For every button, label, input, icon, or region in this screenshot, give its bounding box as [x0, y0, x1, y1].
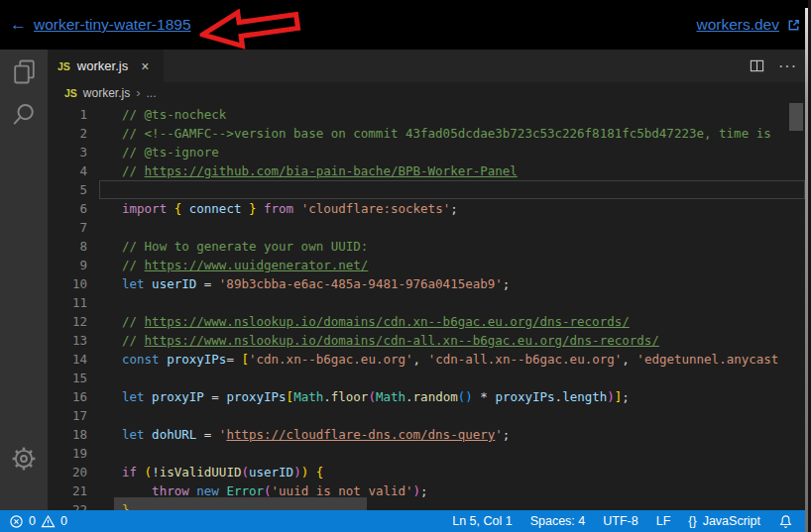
language-mode[interactable]: {} JavaScript — [688, 514, 760, 528]
code-editor[interactable]: 1// @ts-nocheck2// <!--GAMFC-->version b… — [48, 103, 805, 510]
line-number: 10 — [48, 274, 87, 293]
line-text: let dohURL = 'https://cloudflare-dns.com… — [122, 425, 510, 444]
code-line[interactable]: 1// @ts-nocheck — [48, 105, 805, 124]
error-count: 0 — [29, 514, 36, 528]
line-number: 18 — [48, 425, 87, 444]
code-line[interactable]: 12// https://www.nslookup.io/domains/cdn… — [48, 312, 805, 331]
settings-gear-icon[interactable] — [0, 437, 48, 480]
code-line[interactable]: 14const proxyIPs= ['cdn.xn--b6gac.eu.org… — [48, 350, 805, 369]
vertical-scrollbar[interactable] — [789, 103, 803, 131]
line-number: 4 — [48, 161, 87, 180]
line-number: 20 — [48, 463, 87, 481]
more-actions-icon[interactable]: ··· — [778, 61, 797, 71]
explorer-icon[interactable] — [0, 50, 48, 93]
line-text: // https://www.nslookup.io/domains/cdn-a… — [122, 331, 659, 350]
line-number: 5 — [48, 180, 87, 199]
encoding[interactable]: UTF-8 — [603, 514, 637, 528]
tab-close-icon[interactable]: × — [141, 58, 149, 74]
top-header: ← worker-tiny-water-1895 workers.dev — [0, 0, 811, 50]
language-label: JavaScript — [703, 514, 760, 528]
line-number: 21 — [48, 481, 87, 500]
tab-label: worker.js — [77, 58, 128, 73]
line-number: 16 — [48, 387, 87, 406]
line-number: 15 — [48, 369, 87, 387]
breadcrumb[interactable]: JS worker.js › ... — [48, 82, 805, 103]
line-text: // https://www.nslookup.io/domains/cdn.x… — [122, 312, 630, 331]
code-line[interactable]: 4// https://github.com/bia-pain-bache/BP… — [48, 161, 805, 180]
line-number: 1 — [48, 105, 87, 124]
line-number: 14 — [48, 350, 87, 369]
code-line[interactable]: 15 — [48, 369, 805, 387]
warning-triangle-icon — [41, 514, 56, 529]
code-lines: 1// @ts-nocheck2// <!--GAMFC-->version b… — [48, 105, 805, 510]
line-text: // @ts-nocheck — [122, 105, 226, 124]
external-link-icon[interactable] — [786, 18, 801, 33]
code-line[interactable]: 2// <!--GAMFC-->version base on commit 4… — [48, 124, 805, 143]
line-number: 7 — [48, 218, 87, 237]
code-line[interactable]: 8// How to generate your own UUID: — [48, 237, 805, 256]
code-line[interactable]: 3// @ts-ignore — [48, 143, 805, 161]
code-line[interactable]: 20if (!isValidUUID(userID)) { — [48, 463, 805, 481]
line-number: 11 — [48, 293, 87, 312]
code-line[interactable]: 18let dohURL = 'https://cloudflare-dns.c… — [48, 425, 805, 444]
problems-status[interactable]: 0 0 — [0, 514, 67, 529]
split-editor-icon[interactable] — [750, 58, 764, 73]
line-number: 13 — [48, 331, 87, 350]
code-line[interactable]: 13// https://www.nslookup.io/domains/cdn… — [48, 331, 805, 350]
line-number: 3 — [48, 143, 87, 161]
js-file-icon: JS — [58, 60, 70, 72]
warning-count: 0 — [60, 514, 67, 528]
workers-dev-link[interactable]: workers.dev — [696, 16, 779, 34]
tab-bar: JS worker.js × ··· — [48, 50, 805, 82]
braces-icon: {} — [688, 514, 696, 528]
notifications-bell-icon[interactable] — [778, 514, 793, 529]
line-text: // <!--GAMFC-->version base on commit 43… — [122, 124, 771, 143]
line-text: let userID = '89b3cbba-e6ac-485a-9481-97… — [122, 274, 510, 293]
breadcrumb-chevron-icon: › — [136, 85, 140, 100]
line-text: // https://github.com/bia-pain-bache/BPB… — [122, 161, 518, 180]
line-number: 19 — [48, 444, 87, 463]
code-line[interactable]: 16let proxyIP = proxyIPs[Math.floor(Math… — [48, 387, 805, 406]
line-text: if (!isValidUUID(userID)) { — [122, 463, 323, 481]
code-line[interactable]: 10let userID = '89b3cbba-e6ac-485a-9481-… — [48, 274, 805, 293]
line-number: 8 — [48, 237, 87, 256]
line-text: // https://www.uuidgenerator.net/ — [122, 256, 368, 274]
line-number: 2 — [48, 124, 87, 143]
breadcrumb-more[interactable]: ... — [147, 86, 157, 100]
code-line[interactable]: 17 — [48, 406, 805, 425]
code-line[interactable]: 9// https://www.uuidgenerator.net/ — [48, 256, 805, 274]
code-line[interactable]: 6import { connect } from 'cloudflare:soc… — [48, 199, 805, 218]
line-text: let proxyIP = proxyIPs[Math.floor(Math.r… — [122, 387, 630, 406]
search-icon[interactable] — [0, 93, 48, 137]
editor-group: JS worker.js × ··· JS worker.js › ... — [48, 50, 805, 510]
code-line[interactable]: 5 — [48, 180, 805, 199]
error-circle-icon — [9, 514, 24, 529]
back-arrow-icon[interactable]: ← — [10, 15, 27, 35]
line-number: 12 — [48, 312, 87, 331]
cursor-position[interactable]: Ln 5, Col 1 — [452, 514, 512, 528]
line-text: // @ts-ignore — [122, 143, 219, 161]
current-line-highlight — [99, 180, 805, 199]
code-line[interactable]: 19 — [48, 444, 805, 463]
worker-name-link[interactable]: worker-tiny-water-1895 — [34, 16, 191, 34]
line-number: 22 — [48, 500, 87, 510]
line-number: 17 — [48, 406, 87, 425]
tab-worker-js[interactable]: JS worker.js × — [48, 50, 164, 82]
code-line[interactable]: 7 — [48, 218, 805, 237]
red-arrow-annotation — [197, 0, 305, 55]
status-bar: 0 0 Ln 5, Col 1 Spaces: 4 UTF-8 LF {} Ja… — [0, 510, 805, 532]
line-text: import { connect } from 'cloudflare:sock… — [122, 199, 458, 218]
eol-sequence[interactable]: LF — [656, 514, 671, 528]
line-number: 6 — [48, 199, 87, 218]
code-line[interactable]: 11 — [48, 293, 805, 312]
line-text: // How to generate your own UUID: — [122, 237, 368, 256]
app-window: ← worker-tiny-water-1895 workers.dev — [0, 0, 811, 532]
breadcrumb-js-icon: JS — [64, 87, 77, 99]
breadcrumb-file[interactable]: worker.js — [83, 86, 130, 100]
line-text: const proxyIPs= ['cdn.xn--b6gac.eu.org',… — [122, 350, 778, 369]
indentation[interactable]: Spaces: 4 — [530, 514, 586, 528]
horizontal-scrollbar[interactable] — [114, 497, 367, 510]
activity-bar — [0, 50, 48, 510]
line-number: 9 — [48, 256, 87, 274]
